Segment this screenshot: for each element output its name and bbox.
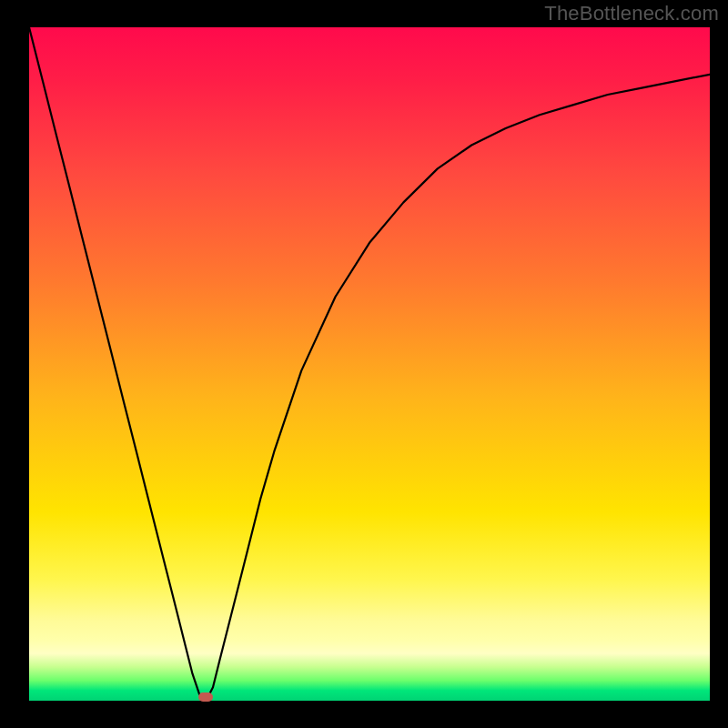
plot-area	[29, 27, 710, 701]
bottleneck-curve	[29, 27, 710, 701]
chart-frame: TheBottleneck.com	[0, 0, 728, 728]
optimal-point-marker	[198, 693, 213, 702]
watermark-label: TheBottleneck.com	[544, 2, 719, 25]
